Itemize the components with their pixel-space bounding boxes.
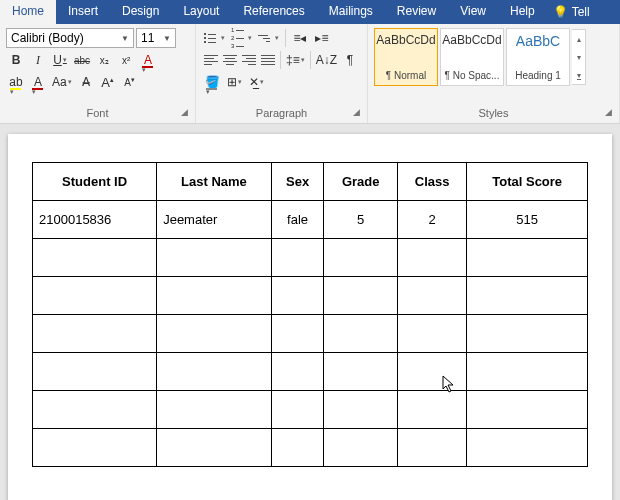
document-area[interactable]: Student IDLast NameSexGradeClassTotal Sc… [0,124,620,500]
table-cell[interactable] [397,353,466,391]
show-marks-button[interactable]: ¶ [340,50,360,70]
shading-button[interactable]: 🪣 [202,72,222,92]
increase-indent-button[interactable]: ▸≡ [312,28,332,48]
styles-expand[interactable]: ▾̲ [572,66,585,84]
table-header-cell[interactable]: Grade [324,163,398,201]
table-cell[interactable] [324,239,398,277]
strikethrough-button[interactable]: abc [72,50,92,70]
font-dialog-launcher[interactable]: ◢ [181,107,193,119]
table-cell[interactable] [324,429,398,467]
table-header-cell[interactable]: Total Score [467,163,588,201]
table-cell[interactable] [33,391,157,429]
tab-view[interactable]: View [448,0,498,24]
table-cell[interactable] [157,429,272,467]
tab-review[interactable]: Review [385,0,448,24]
multilevel-list-button[interactable] [256,28,281,48]
table-cell[interactable] [271,315,324,353]
table-cell[interactable] [324,277,398,315]
table-cell[interactable] [33,315,157,353]
styles-dialog-launcher[interactable]: ◢ [605,107,617,119]
table-cell[interactable] [397,391,466,429]
tell-me-button[interactable]: 💡Tell [547,0,596,24]
table-cell[interactable] [33,239,157,277]
font-color-button[interactable]: A [28,72,48,92]
table-cell[interactable] [271,239,324,277]
styles-scroll-up[interactable]: ▴ [572,30,585,48]
table-cell[interactable] [467,277,588,315]
table-cell[interactable] [157,315,272,353]
table-cell[interactable] [397,277,466,315]
phonetic-guide-button[interactable]: A̶ [76,72,96,92]
highlight-button[interactable]: ab [6,72,26,92]
table-cell[interactable]: Jeemater [157,201,272,239]
table-cell[interactable] [33,353,157,391]
justify-button[interactable] [259,51,277,69]
table-cell[interactable] [157,353,272,391]
styles-scroll-down[interactable]: ▾ [572,48,585,66]
table-cell[interactable]: 5 [324,201,398,239]
table-cell[interactable] [324,315,398,353]
style-item-1[interactable]: AaBbCcDd¶ No Spac... [440,28,504,86]
tab-insert[interactable]: Insert [56,0,110,24]
table-cell[interactable] [271,277,324,315]
grow-font-button[interactable]: A▴ [98,72,118,92]
superscript-button[interactable]: x² [116,50,136,70]
table-cell[interactable]: 2100015836 [33,201,157,239]
borders-button[interactable]: ⊞ [224,72,244,92]
style-item-2[interactable]: AaBbCHeading 1 [506,28,570,86]
shrink-font-button[interactable]: A▾ [120,72,140,92]
table-cell[interactable]: 2 [397,201,466,239]
table-cell[interactable] [157,239,272,277]
table-header-cell[interactable]: Student ID [33,163,157,201]
table-cell[interactable] [271,391,324,429]
font-family-combo[interactable]: Calibri (Body) ▼ [6,28,134,48]
table-cell[interactable] [324,353,398,391]
table-header-cell[interactable]: Sex [271,163,324,201]
table-cell[interactable] [33,277,157,315]
table-cell[interactable] [397,315,466,353]
tab-design[interactable]: Design [110,0,171,24]
table-cell[interactable] [397,239,466,277]
tab-layout[interactable]: Layout [171,0,231,24]
table-cell[interactable] [33,429,157,467]
decrease-indent-button[interactable]: ≡◂ [290,28,310,48]
table-cell[interactable]: fale [271,201,324,239]
align-center-button[interactable] [221,51,239,69]
table-cell[interactable] [467,239,588,277]
table-header-cell[interactable]: Last Name [157,163,272,201]
bullets-button[interactable] [202,28,227,48]
align-right-button[interactable] [240,51,258,69]
sort-button[interactable]: A↓Z [314,50,339,70]
style-item-0[interactable]: AaBbCcDd¶ Normal [374,28,438,86]
underline-button[interactable]: U [50,50,70,70]
table-cell[interactable] [397,429,466,467]
table-cell[interactable] [467,391,588,429]
numbering-button[interactable]: 1 2 3 [229,28,254,48]
italic-button[interactable]: I [28,50,48,70]
text-effects-button[interactable]: A [138,50,158,70]
subscript-button[interactable]: x₂ [94,50,114,70]
table-cell[interactable] [271,429,324,467]
change-case-button[interactable]: Aa [50,72,74,92]
table-cell[interactable] [271,353,324,391]
table-header-cell[interactable]: Class [397,163,466,201]
table-cell[interactable] [324,391,398,429]
bold-button[interactable]: B [6,50,26,70]
document-page[interactable]: Student IDLast NameSexGradeClassTotal Sc… [8,134,612,500]
table-cell[interactable] [467,315,588,353]
table-cell[interactable]: 515 [467,201,588,239]
student-table[interactable]: Student IDLast NameSexGradeClassTotal Sc… [32,162,588,467]
paragraph-dialog-launcher[interactable]: ◢ [353,107,365,119]
table-cell[interactable] [157,391,272,429]
align-left-button[interactable] [202,51,220,69]
table-cell[interactable] [467,429,588,467]
font-size-combo[interactable]: 11 ▼ [136,28,176,48]
tab-mailings[interactable]: Mailings [317,0,385,24]
table-cell[interactable] [157,277,272,315]
tab-help[interactable]: Help [498,0,547,24]
tab-home[interactable]: Home [0,0,56,24]
line-spacing-button[interactable]: ‡≡ [284,50,307,70]
tab-references[interactable]: References [231,0,316,24]
table-cell[interactable] [467,353,588,391]
asian-layout-button[interactable]: ✕̲ [246,72,266,92]
